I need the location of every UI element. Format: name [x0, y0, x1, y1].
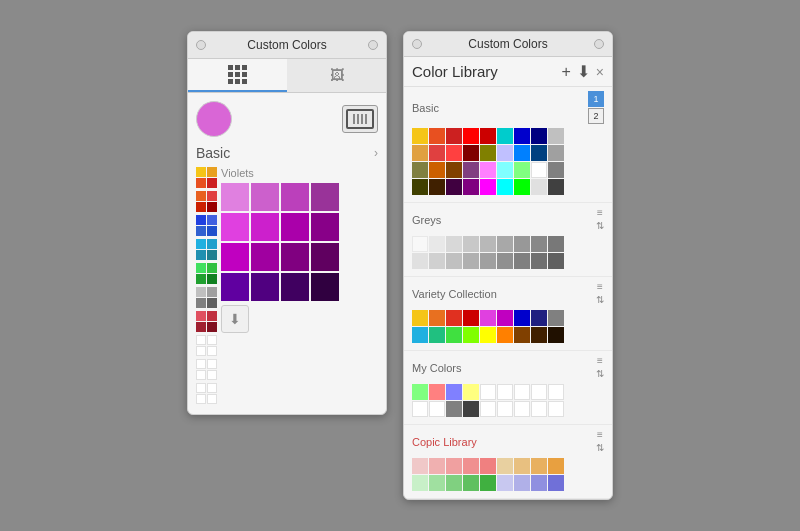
- swatch[interactable]: [196, 274, 206, 284]
- lib-swatch[interactable]: [480, 310, 496, 326]
- lib-swatch-empty[interactable]: [497, 401, 513, 417]
- lib-swatch-empty[interactable]: [531, 384, 547, 400]
- lib-swatch[interactable]: [514, 475, 530, 491]
- lib-swatch-empty[interactable]: [548, 384, 564, 400]
- lib-swatch-empty[interactable]: [514, 384, 530, 400]
- lib-swatch[interactable]: [429, 310, 445, 326]
- lib-swatch[interactable]: [480, 145, 496, 161]
- lib-swatch[interactable]: [497, 327, 513, 343]
- lib-swatch[interactable]: [514, 327, 530, 343]
- swatch[interactable]: [207, 287, 217, 297]
- lib-swatch[interactable]: [429, 327, 445, 343]
- lib-swatch[interactable]: [548, 253, 564, 269]
- swatch[interactable]: [196, 178, 206, 188]
- lib-swatch[interactable]: [548, 310, 564, 326]
- lib-swatch[interactable]: [497, 162, 513, 178]
- lib-swatch[interactable]: [463, 458, 479, 474]
- swatch[interactable]: [196, 167, 206, 177]
- lib-swatch[interactable]: [548, 128, 564, 144]
- lib-swatch-empty[interactable]: [548, 401, 564, 417]
- color-picker-button[interactable]: [342, 105, 378, 133]
- swatch-empty[interactable]: [196, 370, 206, 380]
- menu-icon[interactable]: ≡: [597, 207, 603, 219]
- lib-swatch[interactable]: [429, 128, 445, 144]
- swatch-empty[interactable]: [207, 370, 217, 380]
- lib-swatch[interactable]: [412, 128, 428, 144]
- swatch[interactable]: [207, 298, 217, 308]
- lib-swatch[interactable]: [548, 458, 564, 474]
- lib-swatch[interactable]: [463, 128, 479, 144]
- swatch[interactable]: [196, 311, 206, 321]
- lib-swatch-empty[interactable]: [412, 401, 428, 417]
- lib-swatch[interactable]: [446, 327, 462, 343]
- swatch[interactable]: [311, 243, 339, 271]
- lib-swatch[interactable]: [412, 310, 428, 326]
- lib-swatch[interactable]: [463, 401, 479, 417]
- menu-icon-copic[interactable]: ≡: [597, 429, 603, 441]
- lib-swatch[interactable]: [531, 179, 547, 195]
- lib-swatch[interactable]: [548, 327, 564, 343]
- lib-swatch[interactable]: [497, 253, 513, 269]
- lib-swatch[interactable]: [446, 236, 462, 252]
- swatch-empty[interactable]: [196, 359, 206, 369]
- swatch[interactable]: [207, 311, 217, 321]
- tab-grid[interactable]: [188, 59, 287, 92]
- lib-swatch[interactable]: [514, 236, 530, 252]
- lib-swatch[interactable]: [548, 145, 564, 161]
- lib-swatch[interactable]: [446, 128, 462, 144]
- lib-swatch[interactable]: [531, 327, 547, 343]
- lib-swatch[interactable]: [463, 253, 479, 269]
- lib-swatch[interactable]: [514, 458, 530, 474]
- lib-swatch[interactable]: [463, 162, 479, 178]
- lib-swatch[interactable]: [531, 253, 547, 269]
- lib-swatch[interactable]: [531, 145, 547, 161]
- lib-swatch[interactable]: [412, 327, 428, 343]
- lib-swatch[interactable]: [480, 236, 496, 252]
- lib-swatch[interactable]: [531, 128, 547, 144]
- swatch[interactable]: [196, 263, 206, 273]
- swatch[interactable]: [196, 191, 206, 201]
- lib-swatch[interactable]: [429, 458, 445, 474]
- swatch[interactable]: [311, 213, 339, 241]
- lib-swatch[interactable]: [446, 458, 462, 474]
- tab-image[interactable]: 🖼: [287, 59, 386, 92]
- close-button[interactable]: ×: [596, 64, 604, 80]
- lib-swatch[interactable]: [514, 310, 530, 326]
- swatch-empty[interactable]: [196, 394, 206, 404]
- lib-swatch[interactable]: [412, 145, 428, 161]
- lib-swatch[interactable]: [463, 327, 479, 343]
- lib-swatch[interactable]: [497, 310, 513, 326]
- lib-swatch[interactable]: [531, 236, 547, 252]
- swatch[interactable]: [207, 322, 217, 332]
- lib-swatch[interactable]: [446, 179, 462, 195]
- lib-swatch[interactable]: [446, 475, 462, 491]
- swatch[interactable]: [207, 202, 217, 212]
- lib-swatch[interactable]: [412, 179, 428, 195]
- swatch[interactable]: [207, 215, 217, 225]
- swatch[interactable]: [281, 243, 309, 271]
- lib-swatch[interactable]: [446, 162, 462, 178]
- lib-swatch[interactable]: [429, 145, 445, 161]
- swatch[interactable]: [196, 322, 206, 332]
- swatch[interactable]: [207, 239, 217, 249]
- lib-swatch[interactable]: [463, 145, 479, 161]
- swatch[interactable]: [207, 226, 217, 236]
- lib-swatch[interactable]: [480, 179, 496, 195]
- lib-swatch[interactable]: [480, 458, 496, 474]
- swatch-empty[interactable]: [196, 346, 206, 356]
- menu-icon-variety[interactable]: ≡: [597, 281, 603, 293]
- lib-swatch[interactable]: [497, 236, 513, 252]
- lib-swatch[interactable]: [429, 162, 445, 178]
- lib-swatch[interactable]: [548, 162, 564, 178]
- lib-swatch[interactable]: [514, 253, 530, 269]
- swatch[interactable]: [281, 273, 309, 301]
- lib-swatch-empty[interactable]: [531, 401, 547, 417]
- lib-swatch[interactable]: [463, 384, 479, 400]
- menu-icon-mycolors[interactable]: ≡: [597, 355, 603, 367]
- lib-swatch-empty[interactable]: [514, 401, 530, 417]
- lib-swatch[interactable]: [548, 475, 564, 491]
- lib-swatch-empty[interactable]: [497, 384, 513, 400]
- download-icon[interactable]: ⬇: [577, 64, 590, 80]
- lib-swatch-empty[interactable]: [480, 384, 496, 400]
- swatch[interactable]: [196, 287, 206, 297]
